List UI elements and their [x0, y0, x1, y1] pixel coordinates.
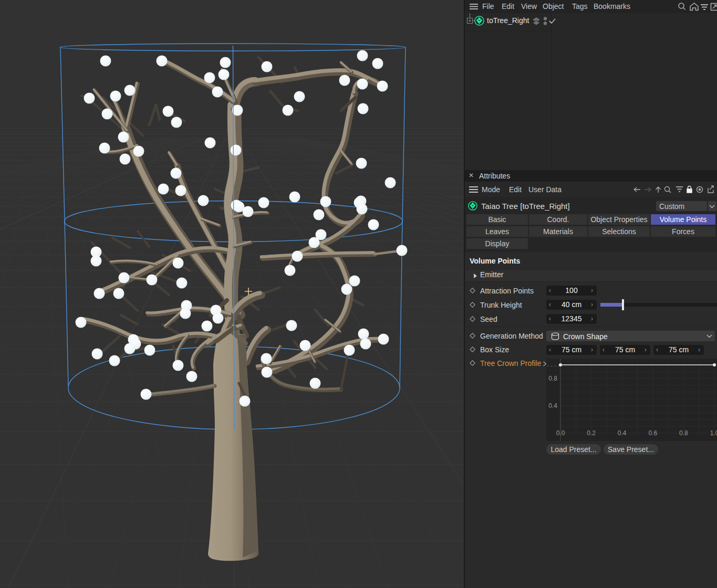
svg-text:1.0: 1.0 [710, 429, 717, 437]
svg-text:0.6: 0.6 [648, 429, 657, 437]
svg-text:0.0: 0.0 [556, 429, 565, 437]
svg-text:0.8: 0.8 [548, 375, 557, 382]
svg-text:0.4: 0.4 [618, 429, 627, 437]
svg-text:0.2: 0.2 [587, 429, 596, 437]
svg-text:0.4: 0.4 [548, 402, 557, 410]
svg-text:0.8: 0.8 [679, 429, 688, 437]
